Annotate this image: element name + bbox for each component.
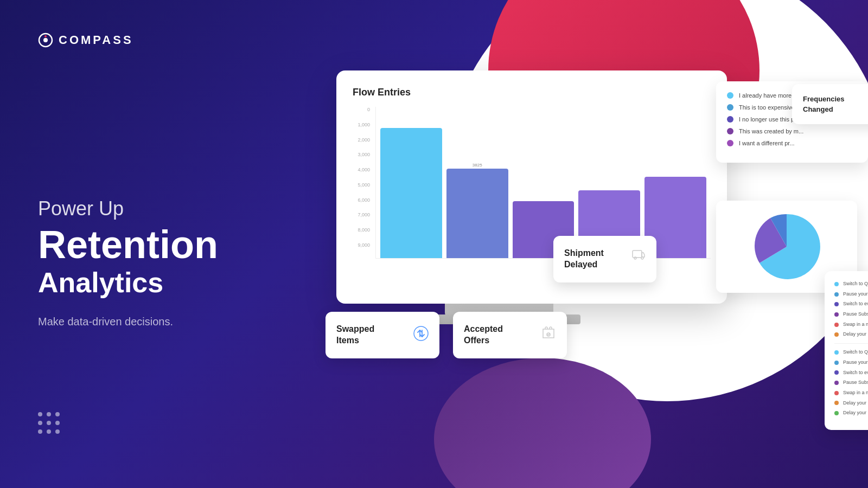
left-panel: COMPASS Power Up Retention Analytics Mak… [0,0,304,488]
headline-line3: Analytics [38,267,266,298]
list-item-text: Switch to Quarterly & Save 15% on your n… [843,281,868,287]
svg-point-10 [414,326,428,341]
list-item-row: Switch to Quarterly & Save 15% on your n… [834,281,868,287]
reason-item: I want a different pr... [727,140,857,146]
list-dot [834,323,839,327]
bar [446,169,508,258]
y-label: 2,000 [353,137,370,143]
list-dot [834,312,839,317]
y-label: 1,000 [353,122,370,127]
y-axis: 9,000 8,000 7,000 6,000 5,000 4,000 3,00… [353,107,375,259]
list-item-row: Delay your Shipment by 4 Weeks [834,410,868,416]
list-card: Switch to Quarterly & Save 15% on your n… [825,271,868,430]
pie-chart [751,211,822,282]
dot [55,412,60,416]
svg-point-2 [44,35,47,37]
list-dot [834,302,839,306]
list-item-text: Swap in a new Product & Save 20% OFF you… [843,322,868,328]
svg-rect-7 [633,251,642,258]
reason-text: This is too expensive [739,104,795,111]
swapped-items-card: SwappedItems [326,312,439,358]
y-label: 4,000 [353,167,370,172]
list-item-row: Delay your Shipment by 4 Weeks [834,400,868,407]
list-item-row: Pause your Subscription for 8 months [834,291,868,298]
y-label: 0 [353,107,370,112]
shipment-label-text: ShipmentDelayed [564,248,604,269]
frequencies-changed-card: FrequenciesChanged [792,84,868,124]
bar [380,128,442,258]
y-label: 9,000 [353,242,370,248]
bar-wrapper: 3825 [446,163,508,258]
list-dot [834,361,839,365]
dashboard-area: Flow Entries 9,000 8,000 7,000 6,000 5,0… [293,0,868,488]
list-dot [834,391,839,395]
headline-line2: Retention [38,224,266,266]
chart-title: Flow Entries [353,87,711,98]
list-item-text: Switch to Quarterly & Save 15% on your n… [843,349,868,356]
list-item-text: Pause your Subscription for 8 months [843,359,868,366]
bar-value: 3825 [473,163,482,168]
list-item-row: Pause Subscription for 3 months and Get … [834,311,868,318]
headline-line1: Power Up [38,197,266,220]
dots-grid [38,412,266,434]
list-item-row: Delay your Shipment by 4 Weeks [834,331,868,338]
y-label: 6,000 [353,197,370,203]
headline-section: Power Up Retention Analytics Make data-d… [38,132,266,329]
dot [47,429,51,434]
tagline: Make data-driven decisions. [38,316,266,328]
list-item-row: Switch to Quarterly & Save 15% on your n… [834,349,868,356]
shipment-icon [631,248,646,265]
chart-area: 9,000 8,000 7,000 6,000 5,000 4,000 3,00… [353,107,711,259]
y-label: 5,000 [353,182,370,188]
list-dot [834,350,839,355]
bar-wrapper [380,127,442,258]
list-item-text: Switch to every 2 or 3 months and Save 2… [843,301,868,307]
list-divider [834,343,868,344]
list-item-row: Pause your Subscription for 8 months [834,359,868,366]
dot [38,429,42,434]
reason-text: I want a different pr... [739,140,795,146]
list-item-text: Pause Subscription for 3 months and Get … [843,311,868,318]
list-dot [834,381,839,385]
list-item-text: Delay your Shipment by 4 Weeks [843,331,868,338]
frequencies-label: FrequenciesChanged [803,94,845,114]
reason-text: This was created by m... [739,128,803,134]
list-item-row: Switch to every 2 or 3 months and Save 2… [834,370,868,376]
reason-dot [727,116,733,123]
logo-text: COMPASS [59,33,133,47]
list-item-row: Pause Subscription for 3 months and Get … [834,380,868,386]
list-dot [834,292,839,297]
dot [47,412,51,416]
reason-dot [727,140,733,146]
svg-point-1 [43,38,48,42]
list-item-text: Delay your Shipment by 4 Weeks [843,410,868,416]
dot [55,421,60,425]
list-dot [834,370,839,375]
list-item-row: Swap in a new Product & Save 20% OFF you… [834,390,868,396]
shipment-delayed-card: ShipmentDelayed [553,236,656,282]
list-item-text: Swap in a new Product & Save 20% OFF you… [843,390,868,396]
swapped-items-icon [413,326,429,344]
accepted-offers-label: AcceptedOffers [464,324,503,346]
list-item-text: Delay your Shipment by 4 Weeks [843,400,868,407]
reason-dot [727,128,733,134]
list-item-text: Pause Subscription for 3 months and Get … [843,380,868,386]
list-item-text: Switch to every 2 or 3 months and Save 2… [843,370,868,376]
y-label: 3,000 [353,152,370,157]
frequencies-label-text: FrequenciesChanged [803,95,845,113]
dot [38,421,42,425]
swapped-items-label: SwappedItems [336,324,374,346]
list-item-text: Pause your Subscription for 8 months [843,291,868,298]
list-dot [834,332,839,337]
list-dot [834,411,839,415]
shipment-label-wrapper: ShipmentDelayed [564,248,604,271]
list-dot [834,401,839,405]
dot [38,412,42,416]
reason-item: This was created by m... [727,128,857,134]
list-item-row: Swap in a new Product & Save 20% OFF you… [834,322,868,328]
y-label: 8,000 [353,227,370,233]
list-dot [834,282,839,286]
dot [55,429,60,434]
reason-dot [727,92,733,99]
list-item-row: Switch to every 2 or 3 months and Save 2… [834,301,868,307]
